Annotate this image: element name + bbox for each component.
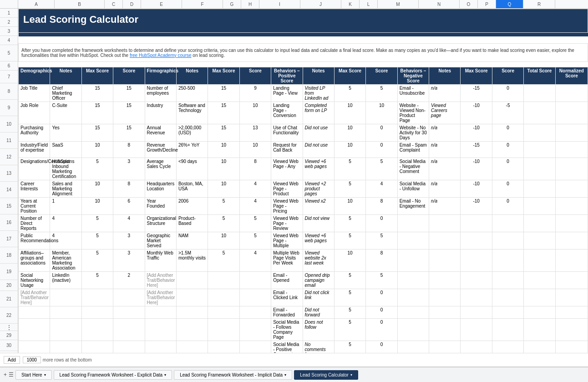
cell-k17[interactable]: 10 bbox=[334, 250, 365, 272]
tab-explicit-data[interactable]: Lead Scoring Framework Worksheet - Expli… bbox=[54, 370, 172, 380]
cell-h21[interactable] bbox=[239, 319, 271, 341]
cell-j21[interactable]: Does not follow bbox=[303, 319, 334, 341]
cell-b10[interactable]: Yes bbox=[50, 124, 81, 142]
cell-b15[interactable]: 4 bbox=[50, 215, 81, 232]
cell-m16[interactable] bbox=[397, 232, 429, 250]
cell-p18[interactable] bbox=[492, 272, 523, 289]
cell-a8[interactable]: Job Title bbox=[19, 85, 50, 102]
cell-m14[interactable]: Email - No Engagement bbox=[397, 198, 429, 215]
row-count-input[interactable] bbox=[23, 357, 41, 363]
cell-m10[interactable]: Website - No Activity for 30 Days bbox=[397, 124, 429, 142]
cell-l14[interactable]: 8 bbox=[366, 198, 397, 215]
cell-g18[interactable] bbox=[208, 272, 239, 289]
cell-i21[interactable]: Social Media - Follows Company Page bbox=[271, 319, 303, 341]
cell-r11[interactable] bbox=[555, 142, 588, 158]
cell-l22[interactable]: 0 bbox=[366, 341, 397, 353]
cell-c18[interactable]: 5 bbox=[81, 272, 113, 289]
cell-b19[interactable] bbox=[50, 289, 81, 306]
cell-o12[interactable]: -10 bbox=[461, 158, 492, 180]
cell-r15[interactable] bbox=[555, 215, 588, 232]
cell-f17[interactable]: >1.5M monthly visits bbox=[176, 250, 208, 272]
hubspot-link[interactable]: free HubSpot Academy course bbox=[130, 53, 192, 58]
cell-l20[interactable]: 0 bbox=[366, 306, 397, 319]
cell-l16[interactable]: 5 bbox=[366, 232, 397, 250]
cell-h17[interactable]: 4 bbox=[239, 250, 271, 272]
cell-j13[interactable]: Viewed +2 product pages bbox=[303, 180, 334, 198]
cell-o11[interactable]: -15 bbox=[461, 142, 492, 158]
cell-j10[interactable]: Did not use bbox=[303, 124, 334, 142]
cell-m21[interactable] bbox=[397, 319, 429, 341]
cell-a21[interactable] bbox=[19, 319, 50, 341]
cell-r17[interactable] bbox=[555, 250, 588, 272]
cell-o10[interactable]: -10 bbox=[461, 124, 492, 142]
cell-h14[interactable]: 4 bbox=[239, 198, 271, 215]
cell-d21[interactable] bbox=[113, 319, 145, 341]
cell-q10[interactable] bbox=[524, 124, 555, 142]
cell-d20[interactable] bbox=[113, 306, 145, 319]
cell-h13[interactable]: 4 bbox=[239, 180, 271, 198]
cell-j18[interactable]: Opened drip campaign email bbox=[303, 272, 334, 289]
cell-e20[interactable] bbox=[145, 306, 176, 319]
cell-r20[interactable] bbox=[555, 306, 588, 319]
cell-g15[interactable]: 5 bbox=[208, 215, 239, 232]
cell-e22[interactable] bbox=[145, 341, 176, 353]
cell-h19[interactable] bbox=[239, 289, 271, 306]
cell-n16[interactable] bbox=[429, 232, 461, 250]
cell-m9[interactable]: Website - Viewed Non-Product Page bbox=[397, 102, 429, 124]
cell-o9[interactable]: -10 bbox=[461, 102, 492, 124]
cell-o17[interactable] bbox=[461, 250, 492, 272]
cell-a13[interactable]: Career Interests bbox=[19, 180, 50, 198]
cell-c8[interactable]: 15 bbox=[81, 85, 113, 102]
cell-h12[interactable]: 8 bbox=[239, 158, 271, 180]
cell-b11[interactable]: SaaS bbox=[50, 142, 81, 158]
cell-f18[interactable] bbox=[176, 272, 208, 289]
cell-l8[interactable]: 5 bbox=[366, 85, 397, 102]
cell-p15[interactable] bbox=[492, 215, 523, 232]
cell-p13[interactable]: 0 bbox=[492, 180, 523, 198]
cell-i18[interactable]: Email - Opened bbox=[271, 272, 303, 289]
cell-q14[interactable] bbox=[524, 198, 555, 215]
cell-r18[interactable] bbox=[555, 272, 588, 289]
cell-p9[interactable]: -5 bbox=[492, 102, 523, 124]
cell-d19[interactable] bbox=[113, 289, 145, 306]
cell-m13[interactable]: Social Media - Unfollow bbox=[397, 180, 429, 198]
tab-start-here-dropdown[interactable]: ▾ bbox=[44, 373, 46, 377]
cell-m20[interactable] bbox=[397, 306, 429, 319]
cell-o21[interactable] bbox=[461, 319, 492, 341]
tab-calculator-dropdown[interactable]: ▾ bbox=[350, 373, 352, 377]
cell-k8[interactable]: 5 bbox=[334, 85, 365, 102]
cell-b14[interactable]: 1 bbox=[50, 198, 81, 215]
cell-p8[interactable]: 0 bbox=[492, 85, 523, 102]
cell-o20[interactable] bbox=[461, 306, 492, 319]
cell-p11[interactable]: 0 bbox=[492, 142, 523, 158]
cell-a17[interactable]: Affiliations–groups and associations bbox=[19, 250, 50, 272]
cell-f12[interactable]: <90 days bbox=[176, 158, 208, 180]
cell-a1[interactable]: Lead Scoring Calculator bbox=[19, 9, 588, 33]
cell-a18[interactable]: Social Networking Usage bbox=[19, 272, 50, 289]
cell-d16[interactable]: 3 bbox=[113, 232, 145, 250]
cell-i15[interactable]: Viewed Web Page - Review bbox=[271, 215, 303, 232]
cell-a14[interactable]: Years at Current Position bbox=[19, 198, 50, 215]
cell-k9[interactable]: 10 bbox=[334, 102, 365, 124]
cell-a12[interactable]: Designations/Certifications bbox=[19, 158, 50, 180]
cell-j15[interactable]: Did not view bbox=[303, 215, 334, 232]
cell-d17[interactable]: 3 bbox=[113, 250, 145, 272]
cell-p21[interactable] bbox=[492, 319, 523, 341]
tab-start-here[interactable]: Start Here ▾ bbox=[15, 370, 52, 380]
cell-n21[interactable] bbox=[429, 319, 461, 341]
cell-r16[interactable] bbox=[555, 232, 588, 250]
cell-n20[interactable] bbox=[429, 306, 461, 319]
cell-h15[interactable]: 5 bbox=[239, 215, 271, 232]
cell-k15[interactable]: 5 bbox=[334, 215, 365, 232]
cell-g19[interactable] bbox=[208, 289, 239, 306]
cell-f22[interactable] bbox=[176, 341, 208, 353]
cell-o19[interactable] bbox=[461, 289, 492, 306]
cell-r13[interactable] bbox=[555, 180, 588, 198]
cell-q8[interactable] bbox=[524, 85, 555, 102]
cell-o13[interactable]: -10 bbox=[461, 180, 492, 198]
cell-e10[interactable]: Annual Revenue bbox=[145, 124, 176, 142]
cell-a15[interactable]: Number of Direct Reports bbox=[19, 215, 50, 232]
cell-e14[interactable]: Year Founded bbox=[145, 198, 176, 215]
cell-r14[interactable] bbox=[555, 198, 588, 215]
cell-c19[interactable] bbox=[81, 289, 113, 306]
